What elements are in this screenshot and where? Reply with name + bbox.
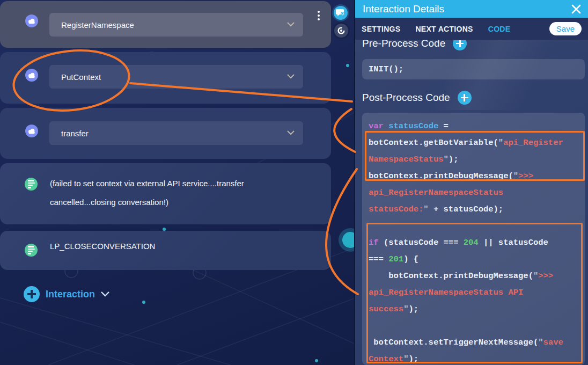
add-interaction-label: Interaction [46, 289, 95, 300]
pre-process-heading: Pre-Process Code [362, 40, 445, 49]
code-line: NamespaceStatus"); [369, 151, 585, 168]
interaction-card-registernamespace[interactable]: RegisterNamespace [0, 1, 331, 48]
api-integration-dropdown[interactable]: PutContext [49, 65, 303, 89]
bot-flow-canvas: RegisterNamespace PutContext transfer [0, 0, 354, 365]
code-line: === 201) { [369, 251, 585, 268]
post-process-heading-row: Post-Process Code [362, 91, 472, 105]
bot-restart-preview-button[interactable] [334, 24, 348, 38]
close-icon[interactable] [571, 4, 582, 14]
integration-cloud-icon [25, 125, 38, 137]
integration-cloud-icon [25, 14, 38, 27]
panel-title: Interaction Details [363, 3, 444, 15]
message-text: LP_CLOSECONVERSATION [50, 237, 155, 256]
tab-settings[interactable]: SETTINGS [362, 25, 400, 33]
add-interaction-button[interactable]: Interaction [24, 286, 109, 302]
code-tab-content: Pre-Process Code INIT(); Post-Process Co… [355, 40, 588, 365]
code-line: if (statusCode === 204 || statusCode [369, 235, 585, 251]
chat-gear-icon [336, 9, 346, 17]
code-line: botContext.setTriggerNextMessage("save [369, 334, 585, 351]
interaction-card-closeconversation[interactable]: LP_CLOSECONVERSATION [0, 231, 331, 270]
pre-process-heading-row: Pre-Process Code [362, 40, 467, 50]
interaction-details-panel: Interaction Details SETTINGS NEXT ACTION… [354, 0, 588, 365]
panel-tabbar: SETTINGS NEXT ACTIONS CODE Save [355, 18, 588, 40]
card-menu-kebab-icon[interactable] [314, 9, 324, 25]
chevron-down-icon [287, 130, 295, 135]
tab-next-actions[interactable]: NEXT ACTIONS [415, 25, 473, 33]
code-line: botContext.printDebugMessage(">>> [369, 268, 585, 284]
code-line: Context"); [369, 351, 585, 365]
integration-cloud-icon [25, 69, 38, 82]
conversation-builder-screen: RegisterNamespace PutContext transfer [0, 0, 588, 365]
code-line: api_RegisterNamespaceStatus [369, 185, 585, 201]
code-line: botContext.getBotVariable("api_Register [369, 135, 585, 151]
api-integration-dropdown[interactable]: transfer [49, 121, 303, 145]
circular-ring-icon [337, 26, 346, 35]
plus-circle-icon [24, 286, 40, 302]
message-text: (failed to set context via external API … [50, 174, 296, 211]
code-line [369, 218, 585, 235]
code-line: botContext.printDebugMessage(">>> [369, 168, 585, 185]
post-process-code-editor[interactable]: var statusCode =botContext.getBotVariabl… [362, 113, 585, 365]
chevron-down-icon [101, 291, 109, 297]
add-post-process-code-button[interactable] [458, 91, 472, 105]
interaction-card-failure-message[interactable]: (failed to set context via external API … [0, 163, 331, 224]
bot-preview-chat-button[interactable] [334, 6, 348, 20]
dropdown-selected-value: RegisterNamespace [49, 20, 134, 30]
text-message-icon [25, 178, 38, 191]
interaction-card-transfer[interactable]: transfer [0, 108, 331, 159]
code-line: api_RegisterNamespaceStatus API [369, 284, 585, 301]
api-integration-dropdown[interactable]: RegisterNamespace [49, 13, 303, 36]
add-pre-process-code-button[interactable] [453, 40, 467, 50]
pre-process-code-editor[interactable]: INIT(); [362, 59, 585, 79]
dropdown-selected-value: PutContext [49, 72, 101, 82]
save-button[interactable]: Save [549, 22, 582, 35]
post-process-heading: Post-Process Code [362, 92, 450, 104]
interaction-card-putcontext[interactable]: PutContext [0, 52, 331, 104]
chevron-down-icon [287, 22, 295, 27]
text-message-icon [25, 244, 38, 257]
code-line: var statusCode = [369, 118, 585, 135]
code-line [369, 318, 585, 334]
dropdown-selected-value: transfer [49, 129, 89, 138]
chevron-down-icon [287, 74, 295, 79]
code-line: success"); [369, 301, 585, 318]
tab-code[interactable]: CODE [488, 25, 511, 33]
panel-header: Interaction Details [355, 0, 588, 18]
code-line: statusCode:" + statusCode); [369, 201, 585, 218]
